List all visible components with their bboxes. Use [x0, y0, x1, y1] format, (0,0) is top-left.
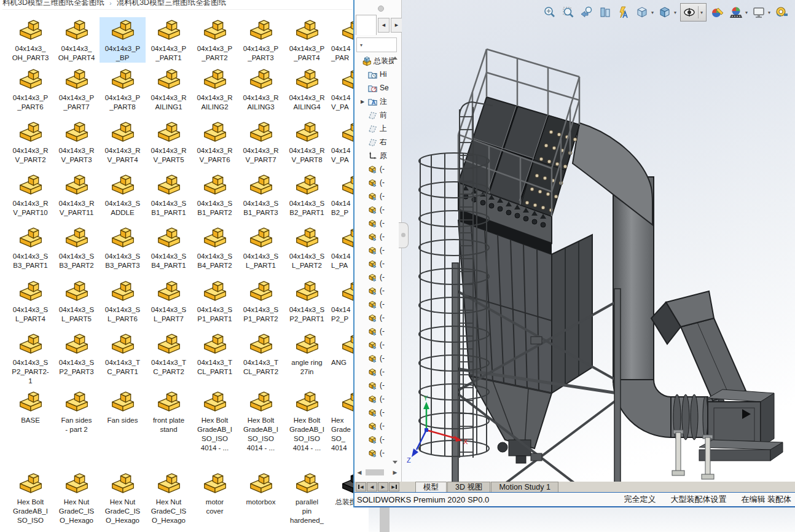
tree-hscrollbar[interactable]: ◀ ▶ [356, 468, 399, 477]
file-item[interactable]: 04x14x3_P _PART2 [192, 17, 238, 63]
tab-next-button[interactable]: ▶ [378, 482, 388, 491]
breadcrumb-parent[interactable]: 料机3D模型三维图纸全套图纸 [2, 0, 104, 8]
file-item[interactable]: BASE [7, 389, 53, 425]
doc-tab-model[interactable]: 模型 [415, 482, 447, 492]
file-item[interactable]: 04x14x3_P _PART7 [53, 66, 100, 112]
breadcrumb-current[interactable]: 混料机3D模型三维图纸全套图纸 [117, 0, 226, 8]
tree-item-component[interactable]: (- [354, 230, 394, 243]
hscroll-right-icon[interactable]: ▶ [391, 469, 399, 475]
edit-appearance-button[interactable] [710, 5, 725, 20]
file-item[interactable]: 04x14x3_P _PART1 [146, 17, 192, 63]
file-item[interactable]: 04x14x3_S ADDLE [100, 172, 146, 217]
tree-item-component[interactable]: (- [354, 419, 394, 432]
file-item[interactable]: Hex Bolt GradeAB_I SO_ISO 4014 - ... [284, 389, 330, 453]
tree-item-component[interactable]: (- [354, 216, 394, 230]
tree-item-component[interactable]: (- [354, 243, 394, 257]
hscroll-thumb[interactable] [366, 469, 384, 475]
tree-item-component[interactable]: (- [354, 162, 394, 176]
file-item[interactable]: Hex Bolt GradeAB_I SO_ISO 4014 - ... [238, 389, 284, 453]
tree-item-annotations[interactable]: ▶注 [354, 95, 394, 108]
tree-item-plane[interactable]: 前 [354, 108, 394, 122]
display-style-button[interactable] [657, 5, 672, 20]
previous-view-button[interactable] [579, 5, 594, 20]
file-item[interactable]: motor cover [192, 471, 238, 516]
tab-last-button[interactable]: ▶ [389, 482, 399, 491]
file-item[interactable]: 04x14x3_R AILING2 [192, 66, 238, 112]
file-item[interactable]: 04x14x3_P _PART6 [7, 66, 53, 112]
file-item[interactable]: 04x14x3_R V_PART8 [284, 119, 330, 165]
file-item[interactable]: 04x14x3_T C_PART1 [100, 331, 146, 377]
file-item[interactable]: 04x14x3_R V_PART10 [7, 172, 53, 217]
file-item[interactable]: 04x14x3_S B3_PART1 [7, 225, 53, 270]
panel-flyout-handle[interactable] [399, 222, 409, 248]
zoom-to-area-button[interactable] [561, 5, 576, 20]
tree-item-component[interactable]: (- [354, 257, 394, 270]
file-item[interactable]: 04x14x3_R V_PART7 [238, 119, 284, 165]
dynamic-annotation-views-button[interactable] [616, 5, 631, 20]
tape-measure-button[interactable] [774, 5, 789, 20]
tab-first-button[interactable]: ◀ [356, 482, 366, 491]
background-scrollbar[interactable] [380, 507, 390, 532]
tree-item-component[interactable]: (- [354, 176, 394, 189]
tree-item-plane[interactable]: 右 [354, 135, 394, 149]
tree-item-component[interactable]: (- [354, 378, 394, 392]
file-item[interactable]: 04x14x3_S L_PART4 [7, 278, 53, 324]
file-item[interactable]: 04x14x3_R AILING4 [284, 66, 330, 112]
file-item[interactable]: 04x14x3_S B2_PART1 [284, 172, 330, 217]
file-item[interactable]: 04x14x3_S B4_PART2 [192, 225, 238, 270]
model-dust-collector[interactable]: Y X Z [402, 0, 795, 482]
file-item[interactable]: 04x14x3_S P1_PART2 [238, 278, 284, 324]
display-style-caret-icon[interactable]: ▾ [674, 10, 676, 15]
file-item[interactable]: 04x14x3_S L_PART6 [100, 278, 146, 324]
tree-item-component[interactable]: (- [354, 351, 394, 365]
file-item[interactable]: angle ring 27in [284, 331, 330, 377]
file-item[interactable]: 04x14x3_R V_PART5 [146, 119, 192, 165]
file-item[interactable]: 04x14x3_S L_PART2 [284, 225, 330, 270]
tab-prev-button[interactable]: ◀ [367, 482, 377, 491]
tree-item-component[interactable]: (- [354, 338, 394, 351]
file-item[interactable]: 04x14x3_R AILING3 [238, 66, 284, 112]
file-item[interactable]: 04x14x3_R V_PART6 [192, 119, 238, 165]
tree-item-component[interactable]: (- [354, 432, 394, 446]
expander-icon[interactable]: ▶ [361, 99, 366, 104]
breadcrumb[interactable]: 料机3D模型三维图纸全套图纸 › 混料机3D模型三维图纸全套图纸 [2, 0, 353, 10]
graphics-viewport[interactable]: ▾▾▾▾▾ [402, 0, 795, 482]
doc-tab-motion-study[interactable]: Motion Study 1 [491, 482, 558, 492]
file-item[interactable]: 04x14x3_R V_PART3 [53, 119, 100, 165]
view-settings-caret-icon[interactable]: ▾ [768, 10, 770, 15]
file-item[interactable]: 04x14x3_S B1_PART2 [192, 172, 238, 217]
tree-item-component[interactable]: (- [354, 270, 394, 284]
tree-item-component[interactable]: (- [354, 392, 394, 405]
file-item[interactable]: front plate stand [146, 389, 192, 434]
hscroll-left-icon[interactable]: ◀ [356, 469, 363, 475]
file-item[interactable]: Hex Bolt GradeAB_I SO_ISO 4014 - ... [192, 389, 238, 453]
file-item[interactable]: Hex Nut GradeC_IS O_Hexago [146, 471, 192, 525]
zoom-to-fit-button[interactable] [542, 5, 557, 20]
file-item[interactable]: Fan sides - part 2 [53, 389, 100, 434]
file-item[interactable]: 04x14x3_S P2_PART3 [53, 331, 100, 377]
file-item[interactable]: 04x14x3_S B1_PART3 [238, 172, 284, 217]
section-view-button[interactable] [598, 5, 613, 20]
tree-item-history[interactable]: Hi [354, 68, 394, 81]
tree-item-component[interactable]: (- [354, 365, 394, 378]
file-item[interactable]: parallel pin hardened_ [284, 471, 330, 525]
feature-tree-tab[interactable] [356, 15, 377, 35]
tree-item-component[interactable]: (- [354, 284, 394, 297]
tree-item-component[interactable]: (- [354, 446, 394, 460]
file-item[interactable]: Hex Nut GradeC_IS O_Hexago [53, 471, 100, 525]
file-item[interactable]: 04x14x3_T CL_PART2 [238, 331, 284, 377]
file-item[interactable]: 04x14x3_S B3_PART3 [100, 225, 146, 270]
file-item[interactable]: 04x14x3_S P1_PART1 [192, 278, 238, 324]
tree-item-component[interactable]: (- [354, 297, 394, 311]
tree-item-component[interactable]: (- [354, 324, 394, 338]
panel-tab-right-arrow[interactable]: ▶ [391, 18, 402, 33]
tree-item-component[interactable]: (- [354, 189, 394, 203]
file-item[interactable]: 04x14x3_T CL_PART1 [192, 331, 238, 377]
file-item[interactable]: 04x14x3_S B3_PART2 [53, 225, 100, 270]
status-large-assembly[interactable]: 大型装配体设置 [670, 494, 726, 505]
file-item[interactable]: 04x14x3_R V_PART2 [7, 119, 53, 165]
file-item[interactable]: 04x14x3_S B1_PART1 [146, 172, 192, 217]
panel-tab-left-arrow[interactable]: ◀ [378, 18, 390, 33]
file-item[interactable]: 04x14x3_S L_PART5 [53, 278, 100, 324]
file-item[interactable]: 04x14x3_S B4_PART1 [146, 225, 192, 270]
